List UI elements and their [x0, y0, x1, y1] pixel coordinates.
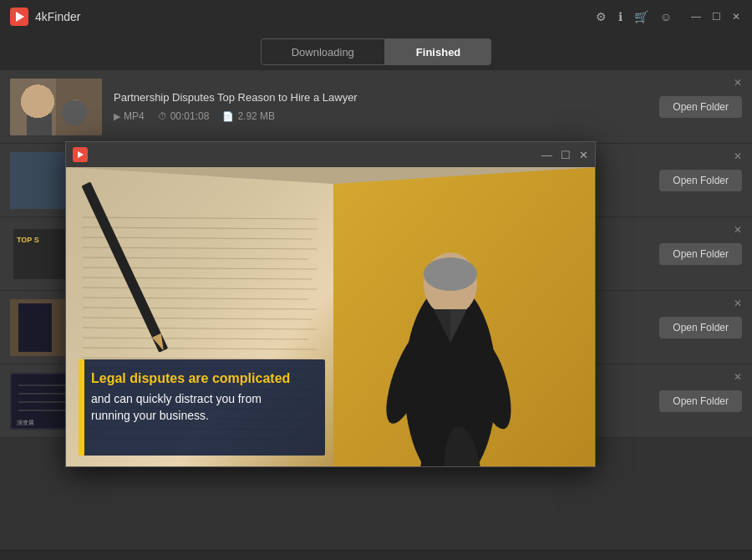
window-controls: — ☐ ✕	[690, 11, 742, 23]
svg-text:演变展: 演变展	[17, 420, 34, 426]
svg-rect-57	[79, 359, 84, 456]
svg-rect-1	[10, 79, 56, 135]
close-item-button[interactable]: ✕	[730, 75, 745, 90]
item-title: Partnership Disputes Top Reason to Hire …	[114, 91, 648, 104]
item-actions: Open Folder	[659, 170, 742, 191]
popup-play-icon	[78, 151, 84, 158]
tab-downloading-label: Downloading	[292, 46, 354, 59]
item-actions: Open Folder	[659, 96, 742, 118]
open-folder-button[interactable]: Open Folder	[659, 317, 742, 339]
svg-point-4	[67, 99, 84, 116]
svg-point-49	[424, 257, 477, 291]
cart-icon[interactable]: 🛒	[634, 10, 648, 23]
open-folder-button[interactable]: Open Folder	[659, 170, 742, 191]
open-folder-button[interactable]: Open Folder	[659, 243, 742, 265]
video-image: Legal disputes are complicated and can q…	[66, 167, 595, 466]
item-format: ▶ MP4	[114, 110, 145, 122]
svg-text:TOP S: TOP S	[17, 236, 39, 244]
maximize-button[interactable]: ☐	[710, 11, 722, 23]
video-content: Legal disputes are complicated and can q…	[66, 167, 595, 466]
item-actions: Open Folder	[659, 390, 742, 412]
popup-close-button[interactable]: ✕	[579, 149, 588, 161]
tab-finished[interactable]: Finished	[385, 38, 491, 65]
svg-text:Legal disputes are complicated: Legal disputes are complicated	[91, 371, 290, 385]
video-popup: — ☐ ✕	[65, 141, 596, 467]
svg-text:and can quickly distract you f: and can quickly distract you from	[91, 392, 262, 405]
title-bar: 4kFinder ⚙ ℹ 🛒 ☺ — ☐ ✕	[0, 0, 752, 33]
info-icon[interactable]: ℹ	[618, 10, 622, 23]
list-item: Partnership Disputes Top Reason to Hire …	[0, 70, 752, 144]
popup-maximize-button[interactable]: ☐	[561, 149, 571, 161]
video-popup-titlebar: — ☐ ✕	[66, 142, 595, 167]
close-item-button[interactable]: ✕	[730, 222, 745, 237]
status-bar: 20 Items	[0, 550, 752, 560]
tab-downloading[interactable]: Downloading	[261, 38, 385, 65]
item-actions: Open Folder	[659, 317, 742, 339]
item-actions: Open Folder	[659, 243, 742, 265]
minimize-button[interactable]: —	[690, 11, 702, 23]
item-thumbnail	[10, 79, 102, 135]
close-item-button[interactable]: ✕	[730, 296, 745, 311]
svg-point-2	[28, 90, 51, 114]
video-frame: Legal disputes are complicated and can q…	[66, 167, 595, 466]
tab-finished-label: Finished	[416, 46, 460, 59]
format-icon: ▶	[114, 111, 120, 122]
tab-bar: Downloading Finished	[0, 33, 752, 70]
close-item-button[interactable]: ✕	[730, 369, 745, 384]
open-folder-button[interactable]: Open Folder	[659, 390, 742, 412]
open-folder-button[interactable]: Open Folder	[659, 96, 742, 118]
clock-icon: ⏱	[158, 111, 167, 121]
close-item-button[interactable]: ✕	[730, 149, 745, 164]
popup-minimize-button[interactable]: —	[541, 149, 552, 161]
close-button[interactable]: ✕	[730, 11, 742, 23]
item-duration: ⏱ 00:01:08	[158, 110, 210, 122]
popup-window-controls: — ☐ ✕	[541, 149, 588, 161]
item-info: Partnership Disputes Top Reason to Hire …	[102, 91, 659, 122]
app-title: 4kFinder	[35, 10, 80, 23]
user-icon[interactable]: ☺	[660, 10, 672, 23]
item-meta: ▶ MP4 ⏱ 00:01:08 📄 2.92 MB	[114, 110, 648, 122]
title-bar-right: ⚙ ℹ 🛒 ☺ — ☐ ✕	[596, 10, 742, 23]
svg-text:running your business.: running your business.	[91, 409, 209, 422]
svg-rect-0	[10, 79, 102, 135]
popup-logo	[73, 147, 88, 162]
item-size: 📄 2.92 MB	[222, 110, 275, 122]
title-bar-left: 4kFinder	[10, 8, 80, 26]
svg-rect-11	[18, 303, 52, 352]
app-logo	[10, 8, 28, 26]
file-icon: 📄	[222, 111, 234, 122]
logo-play-icon	[16, 12, 24, 22]
svg-rect-3	[27, 114, 52, 135]
settings-icon[interactable]: ⚙	[596, 10, 607, 23]
content-area: Partnership Disputes Top Reason to Hire …	[0, 70, 752, 550]
